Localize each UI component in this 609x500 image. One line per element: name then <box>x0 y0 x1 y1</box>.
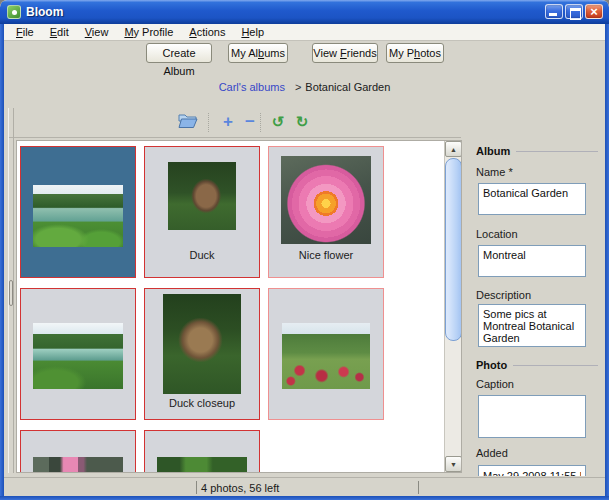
menu-my-profile[interactable]: My Profile <box>124 26 173 38</box>
title-bar: Bloom <box>0 0 609 24</box>
album-location-input[interactable]: Montreal <box>478 245 586 277</box>
menu-edit[interactable]: Edit <box>50 26 69 38</box>
breadcrumb-albums-link[interactable]: Carl's albums <box>219 81 285 93</box>
toolbar-separator <box>260 113 261 132</box>
photo-grid-panel: Duck Nice flower Duck closeup <box>16 140 462 473</box>
view-friends-button[interactable]: View Friends <box>312 43 378 63</box>
location-label: Location <box>476 228 518 240</box>
photo-caption: Nice flower <box>269 249 383 261</box>
zoom-out-icon[interactable] <box>240 112 260 132</box>
window-frame-right <box>605 24 609 500</box>
scrollbar-thumb[interactable] <box>445 158 462 341</box>
open-album-icon[interactable] <box>178 112 198 132</box>
splitter-divider <box>8 108 14 473</box>
minimize-button[interactable] <box>545 4 563 19</box>
photo-thumbnail-lotus-partial <box>33 457 123 473</box>
photo-cell-selected[interactable] <box>20 146 136 278</box>
photo-section-header: Photo <box>476 359 598 371</box>
photo-thumbnail-foliage-partial <box>157 457 247 473</box>
window-title: Bloom <box>26 5 63 19</box>
status-separator <box>196 481 197 494</box>
window-controls <box>545 4 603 19</box>
toolbar-separator <box>208 113 209 132</box>
album-section-title: Album <box>476 145 510 157</box>
photo-caption-input[interactable] <box>478 395 586 438</box>
album-description-input[interactable]: Some pics at Montreal Botanical Garden <box>478 304 586 347</box>
rotate-right-icon[interactable] <box>292 112 312 132</box>
photo-added-input[interactable] <box>478 465 586 476</box>
scroll-up-icon[interactable] <box>445 141 462 157</box>
photo-thumbnail-pink-water-lily <box>281 156 371 244</box>
description-label: Description <box>476 289 531 301</box>
window-frame-left <box>0 24 4 500</box>
caption-label: Caption <box>476 378 514 390</box>
album-details-panel: Album Name * Botanical Garden Location M… <box>470 140 602 476</box>
section-rule <box>513 365 598 366</box>
photo-caption: Duck closeup <box>145 397 259 409</box>
photo-thumbnail-garden-pond <box>33 185 123 247</box>
my-albums-button[interactable]: My Albums <box>228 43 288 63</box>
photo-thumbnail-duck-closeup <box>163 294 241 394</box>
status-separator <box>418 481 419 494</box>
section-rule <box>516 151 598 152</box>
menu-view[interactable]: View <box>85 26 109 38</box>
bloom-window: Bloom File Edit View My Profile Actions … <box>0 0 609 500</box>
photo-cell[interactable]: Duck closeup <box>144 288 260 420</box>
menu-help[interactable]: Help <box>241 26 264 38</box>
vertical-scrollbar[interactable] <box>444 141 461 472</box>
menu-file[interactable]: File <box>16 26 34 38</box>
photo-thumbnail-duck <box>168 162 236 230</box>
photo-cell[interactable] <box>20 288 136 420</box>
photo-count-status: 4 photos, 56 left <box>201 482 279 494</box>
close-button[interactable] <box>585 4 603 19</box>
rotate-left-icon[interactable] <box>268 112 288 132</box>
splitter-handle[interactable] <box>9 280 13 306</box>
maximize-button[interactable] <box>565 4 583 19</box>
window-frame-bottom <box>0 496 609 500</box>
zoom-in-icon[interactable] <box>218 112 238 132</box>
scroll-down-icon[interactable] <box>445 456 462 472</box>
photo-thumbnail-garden-pond-2 <box>33 323 123 389</box>
name-label: Name * <box>476 166 513 178</box>
create-album-button[interactable]: Create Album <box>146 43 212 63</box>
added-label: Added <box>476 447 508 459</box>
photo-toolbar <box>8 108 461 138</box>
photo-cell[interactable]: Nice flower <box>268 146 384 278</box>
menu-actions[interactable]: Actions <box>189 26 225 38</box>
photo-section-title: Photo <box>476 359 507 371</box>
photo-caption: Duck <box>145 249 259 261</box>
photo-thumbnail-rose-garden <box>282 323 370 389</box>
breadcrumb: Carl's albums>Botanical Garden <box>0 81 609 93</box>
photo-cell[interactable] <box>268 288 384 420</box>
bloom-app-icon <box>7 5 21 19</box>
album-name-input[interactable]: Botanical Garden <box>478 183 586 215</box>
breadcrumb-separator: > <box>295 81 301 93</box>
breadcrumb-current-album: Botanical Garden <box>305 81 390 93</box>
my-photos-button[interactable]: My Photos <box>386 43 444 63</box>
album-section-header: Album <box>476 145 598 157</box>
menu-bar: File Edit View My Profile Actions Help <box>4 24 605 41</box>
photo-cell[interactable] <box>144 430 260 473</box>
photo-cell[interactable] <box>20 430 136 473</box>
photo-cell[interactable]: Duck <box>144 146 260 278</box>
status-bar: 4 photos, 56 left <box>4 477 605 496</box>
